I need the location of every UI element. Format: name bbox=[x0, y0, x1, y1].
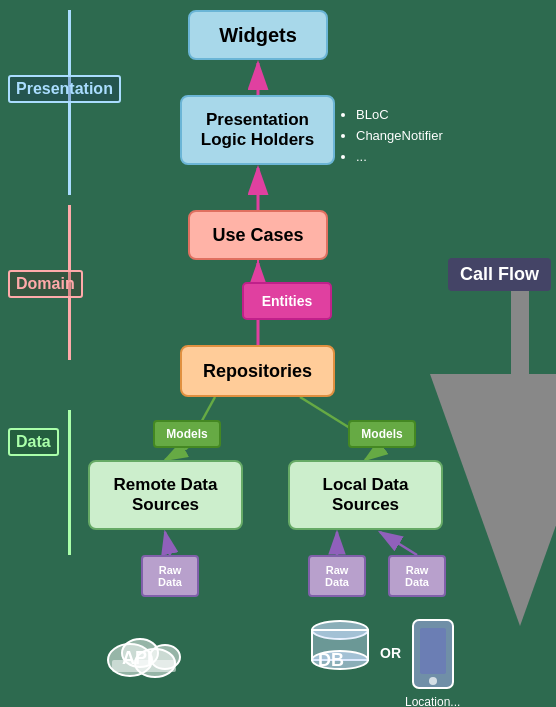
box-models-left: Models bbox=[153, 420, 221, 448]
box-rawdata-loc: Raw Data bbox=[388, 555, 446, 597]
box-widgets: Widgets bbox=[188, 10, 328, 60]
box-remote: Remote Data Sources bbox=[88, 460, 243, 530]
box-models-right: Models bbox=[348, 420, 416, 448]
svg-line-12 bbox=[165, 532, 170, 555]
box-usecases: Use Cases bbox=[188, 210, 328, 260]
box-local: Local Data Sources bbox=[288, 460, 443, 530]
svg-line-14 bbox=[380, 532, 417, 555]
label-presentation: Presentation bbox=[8, 75, 121, 103]
diagram-container: Presentation Domain Data Widgets Present… bbox=[0, 0, 556, 707]
api-label: API bbox=[122, 648, 152, 669]
location-label: Location... bbox=[405, 695, 460, 707]
label-data: Data bbox=[8, 428, 59, 456]
svg-line-11 bbox=[365, 448, 382, 460]
bloc-list: BLoC ChangeNotifier ... bbox=[342, 105, 443, 167]
svg-point-26 bbox=[429, 677, 437, 685]
phone-icon bbox=[408, 618, 458, 693]
svg-rect-25 bbox=[420, 628, 446, 674]
svg-line-10 bbox=[165, 448, 187, 460]
label-domain: Domain bbox=[8, 270, 83, 298]
or-label: OR bbox=[380, 645, 401, 661]
bloc-item-3: ... bbox=[356, 147, 443, 168]
bracket-data bbox=[68, 410, 71, 555]
box-rawdata-db: Raw Data bbox=[308, 555, 366, 597]
box-entities: Entities bbox=[242, 282, 332, 320]
callflow-label: Call Flow bbox=[448, 258, 551, 291]
bloc-item-1: BLoC bbox=[356, 105, 443, 126]
bloc-item-2: ChangeNotifier bbox=[356, 126, 443, 147]
box-rawdata-api: Raw Data bbox=[141, 555, 199, 597]
db-label: DB bbox=[318, 650, 344, 671]
box-plh: Presentation Logic Holders bbox=[180, 95, 335, 165]
box-repositories: Repositories bbox=[180, 345, 335, 397]
